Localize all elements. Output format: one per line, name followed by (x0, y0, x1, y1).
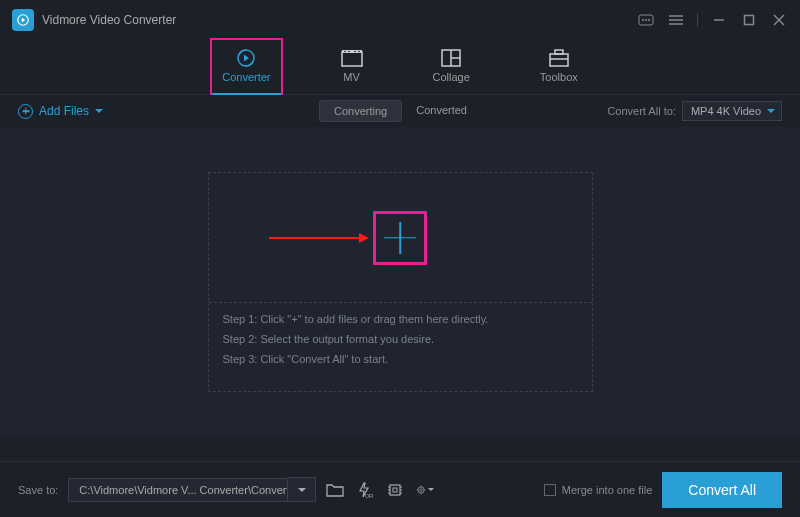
gpu-button[interactable] (386, 481, 404, 499)
hardware-accel-button[interactable]: OFF (356, 481, 374, 499)
step-3-text: Step 3: Click "Convert All" to start. (223, 353, 578, 365)
instructions: Step 1: Click "+" to add files or drag t… (209, 303, 592, 391)
merge-label: Merge into one file (562, 484, 653, 496)
tab-label: Collage (433, 71, 470, 83)
svg-point-17 (354, 51, 356, 53)
svg-point-35 (420, 488, 423, 491)
convert-all-button[interactable]: Convert All (662, 472, 782, 508)
output-format-select[interactable]: MP4 4K Video (682, 101, 782, 121)
feedback-icon[interactable] (637, 11, 655, 29)
svg-point-2 (642, 19, 644, 21)
svg-point-34 (418, 486, 424, 492)
open-folder-button[interactable] (326, 481, 344, 499)
add-files-label: Add Files (39, 104, 89, 118)
svg-rect-23 (555, 50, 563, 54)
svg-rect-22 (550, 54, 568, 66)
svg-rect-13 (342, 52, 362, 66)
settings-button[interactable] (416, 481, 434, 499)
collage-icon (440, 49, 462, 67)
menu-icon[interactable] (667, 11, 685, 29)
add-files-button[interactable]: Add Files (18, 104, 103, 119)
svg-point-18 (358, 51, 360, 53)
maximize-button[interactable] (740, 11, 758, 29)
svg-point-15 (344, 51, 346, 53)
add-file-plus-button[interactable] (373, 211, 427, 265)
svg-point-16 (348, 51, 350, 53)
close-button[interactable] (770, 11, 788, 29)
tab-mv[interactable]: MV (331, 40, 373, 95)
mv-icon (341, 49, 363, 67)
footer: Save to: C:\Vidmore\Vidmore V... Convert… (0, 461, 800, 517)
main-area: Step 1: Click "+" to add files or drag t… (0, 127, 800, 437)
annotation-arrow (269, 233, 369, 243)
svg-text:OFF: OFF (365, 493, 373, 498)
save-path-text: C:\Vidmore\Vidmore V... Converter\Conver… (68, 478, 288, 502)
save-path-select[interactable]: C:\Vidmore\Vidmore V... Converter\Conver… (68, 477, 316, 502)
toolbar: Add Files Converting Converted Convert A… (0, 95, 800, 127)
main-tabs: Converter MV Collage Toolbox (0, 40, 800, 95)
tab-collage[interactable]: Collage (423, 40, 480, 95)
svg-rect-27 (393, 488, 397, 492)
drop-zone-top (209, 173, 592, 303)
merge-checkbox[interactable]: Merge into one file (544, 484, 653, 496)
convert-all-to-label: Convert All to: (607, 105, 675, 117)
chevron-down-icon (767, 109, 775, 113)
drop-zone[interactable]: Step 1: Click "+" to add files or drag t… (208, 172, 593, 392)
chevron-down-icon[interactable] (288, 477, 316, 502)
svg-point-4 (648, 19, 650, 21)
title-bar: Vidmore Video Converter (0, 0, 800, 40)
minimize-button[interactable] (710, 11, 728, 29)
svg-point-3 (645, 19, 647, 21)
step-1-text: Step 1: Click "+" to add files or drag t… (223, 313, 578, 325)
format-value: MP4 4K Video (691, 105, 761, 117)
app-title: Vidmore Video Converter (42, 13, 637, 27)
tab-converter[interactable]: Converter (212, 40, 280, 95)
converter-icon (235, 49, 257, 67)
tab-label: Toolbox (540, 71, 578, 83)
app-logo (12, 9, 34, 31)
step-2-text: Step 2: Select the output format you des… (223, 333, 578, 345)
subtab-converted[interactable]: Converted (402, 100, 481, 122)
toolbox-icon (548, 49, 570, 67)
plus-circle-icon (18, 104, 33, 119)
subtab-converting[interactable]: Converting (319, 100, 402, 122)
svg-rect-26 (390, 485, 400, 495)
tab-label: MV (343, 71, 360, 83)
tab-label: Converter (222, 71, 270, 83)
chevron-down-icon (95, 109, 103, 113)
svg-rect-9 (745, 16, 754, 25)
tab-toolbox[interactable]: Toolbox (530, 40, 588, 95)
plus-icon (384, 222, 416, 254)
sub-tabs: Converting Converted (319, 100, 481, 122)
checkbox-icon (544, 484, 556, 496)
save-to-label: Save to: (18, 484, 58, 496)
